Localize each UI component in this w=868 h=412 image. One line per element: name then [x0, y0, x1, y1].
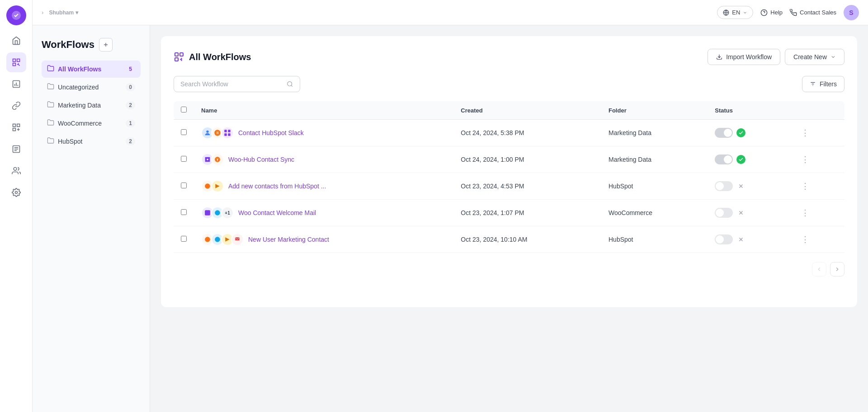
help-btn[interactable]: Help	[760, 9, 783, 16]
row-4-checkbox[interactable]	[181, 209, 187, 215]
workflow-icon-4-3: +1	[221, 206, 234, 219]
status-toggle-1[interactable]	[715, 128, 733, 138]
workflow-icons-4: +1	[201, 206, 234, 219]
expand-sidebar-btn[interactable]: ›	[42, 9, 43, 16]
status-toggle-2[interactable]	[715, 154, 733, 164]
sidebar-item-all[interactable]: All WorkFlows 5	[42, 61, 141, 78]
contact-label: Contact Sales	[800, 9, 836, 16]
workflow-link-4[interactable]: Woo Contact Welcome Mail	[238, 209, 316, 216]
workflow-link-5[interactable]: New User Marketing Contact	[248, 236, 329, 243]
svg-rect-2	[17, 59, 19, 62]
sidebar-label-all: All WorkFlows	[58, 66, 122, 73]
status-toggle-5[interactable]	[715, 234, 733, 244]
sidebar-item-woocommerce[interactable]: WooCommerce 1	[42, 115, 141, 132]
workspace-name-label: Shubham	[49, 9, 74, 16]
workflows-table: Name Created Folder Status	[174, 101, 844, 253]
sidebar-count-marketing: 2	[126, 101, 135, 109]
row-more-btn-4[interactable]: ⋮	[797, 206, 813, 220]
svg-rect-7	[13, 128, 15, 131]
row-actions-3: ⋮	[790, 173, 844, 200]
workflow-icons-3	[201, 180, 224, 192]
select-all-checkbox[interactable]	[181, 107, 187, 112]
row-1-checkbox[interactable]	[181, 129, 187, 135]
contact-sales-btn[interactable]: Contact Sales	[790, 9, 836, 16]
status-check-icon-1	[736, 128, 745, 137]
workflow-icon-3-2	[211, 180, 224, 192]
row-folder-1: Marketing Data	[601, 120, 708, 146]
svg-point-28	[205, 183, 210, 189]
sidebar-item-hubspot[interactable]: HubSpot 2	[42, 133, 141, 150]
row-3-checkbox[interactable]	[181, 183, 187, 188]
row-name-cell: Add new contacts from HubSpot ...	[194, 173, 453, 200]
search-icon	[287, 80, 293, 88]
workflow-link-2[interactable]: Woo-Hub Contact Sync	[228, 156, 294, 163]
col-status: Status	[708, 101, 790, 120]
svg-rect-1	[13, 59, 15, 62]
sidebar-item-marketing[interactable]: Marketing Data 2	[42, 97, 141, 114]
row-checkbox-cell	[174, 173, 194, 200]
search-box[interactable]	[174, 76, 300, 92]
card-title: All WorkFlows	[174, 52, 251, 62]
row-2-checkbox[interactable]	[181, 156, 187, 162]
sidebar-item-uncategorized[interactable]: Uncategorized 0	[42, 79, 141, 96]
workflows-title-icon	[174, 52, 184, 62]
row-more-btn-1[interactable]: ⋮	[797, 126, 813, 140]
filters-btn[interactable]: Filters	[802, 76, 844, 92]
workflows-nav-btn[interactable]	[6, 52, 26, 72]
svg-rect-6	[17, 124, 19, 127]
sidebar-count-all: 5	[126, 65, 135, 73]
workspace-selector[interactable]: Shubham ▾	[49, 9, 78, 16]
row-5-checkbox[interactable]	[181, 236, 187, 242]
svg-rect-24	[224, 130, 226, 132]
row-status-3	[708, 173, 790, 200]
row-status-2	[708, 146, 790, 173]
sidebar-count-hubspot: 2	[126, 137, 135, 145]
svg-point-9	[14, 168, 17, 171]
svg-rect-25	[228, 130, 230, 132]
workflow-icon-5-4	[231, 233, 244, 246]
sidebar-label-hubspot: HubSpot	[58, 138, 122, 145]
row-checkbox-cell	[174, 120, 194, 146]
pagination	[174, 262, 844, 276]
status-toggle-4[interactable]	[715, 208, 733, 218]
folder-icon-3	[47, 101, 54, 110]
add-workflow-btn[interactable]	[99, 38, 113, 52]
svg-point-32	[215, 210, 220, 215]
row-more-btn-3[interactable]: ⋮	[797, 179, 813, 193]
status-x-icon-5	[736, 235, 745, 244]
folder-icon-4	[47, 119, 54, 128]
row-status-1	[708, 120, 790, 146]
next-page-btn[interactable]	[830, 262, 844, 276]
workspace-chevron: ▾	[75, 9, 78, 16]
folder-icon	[47, 65, 54, 74]
language-selector[interactable]: EN	[717, 6, 753, 19]
help-label: Help	[770, 9, 783, 16]
table-row: +1 Woo Contact Welcome Mail Oct 23, 2024…	[174, 200, 844, 226]
workflow-link-3[interactable]: Add new contacts from HubSpot ...	[228, 183, 326, 190]
user-avatar[interactable]: S	[844, 5, 859, 20]
folder-icon-2	[47, 83, 54, 92]
audience-nav-btn[interactable]	[6, 161, 26, 181]
create-new-btn[interactable]: Create New	[785, 49, 844, 65]
workflow-link-1[interactable]: Contact HubSpot Slack	[238, 129, 304, 136]
prev-page-btn[interactable]	[812, 262, 826, 276]
svg-point-10	[15, 192, 17, 194]
svg-rect-16	[180, 53, 183, 56]
links-nav-btn[interactable]	[6, 96, 26, 116]
row-more-btn-2[interactable]: ⋮	[797, 153, 813, 166]
import-workflow-btn[interactable]: Import Workflow	[708, 49, 780, 65]
filters-label: Filters	[820, 80, 837, 88]
blocks-nav-btn[interactable]	[6, 117, 26, 137]
home-nav-btn[interactable]	[6, 31, 26, 51]
create-btn-label: Create New	[793, 53, 827, 61]
row-more-btn-5[interactable]: ⋮	[797, 233, 813, 246]
app-logo[interactable]	[6, 5, 26, 25]
status-toggle-3[interactable]	[715, 181, 733, 191]
forms-nav-btn[interactable]	[6, 139, 26, 159]
settings-nav-btn[interactable]	[6, 183, 26, 202]
search-input[interactable]	[180, 80, 283, 88]
top-nav: › Shubham ▾ EN Help Contact Sales S	[33, 0, 868, 25]
reports-nav-btn[interactable]	[6, 74, 26, 94]
workflow-icon-2-2	[211, 153, 224, 166]
row-folder-2: Marketing Data	[601, 146, 708, 173]
